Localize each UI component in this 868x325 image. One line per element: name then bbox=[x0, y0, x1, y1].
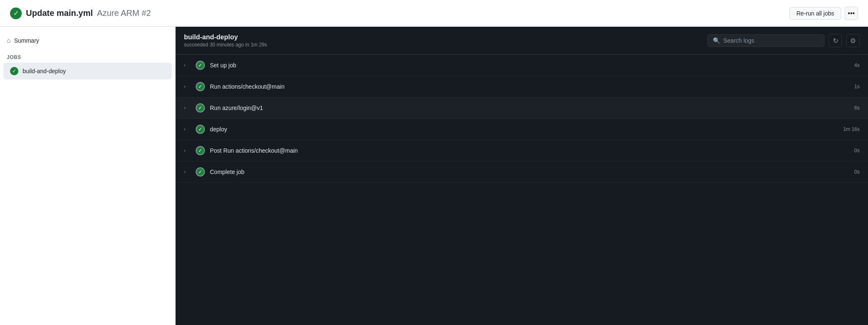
step-status-icon: ✓ bbox=[196, 125, 205, 134]
step-row[interactable]: › ✓ Post Run actions/checkout@main 0s bbox=[176, 140, 868, 161]
step-row[interactable]: › ✓ deploy 1m 16s bbox=[176, 119, 868, 140]
home-icon: ⌂ bbox=[7, 37, 11, 44]
refresh-button[interactable]: ↻ bbox=[829, 34, 842, 47]
step-status-icon: ✓ bbox=[196, 167, 205, 177]
chevron-right-icon: › bbox=[184, 126, 191, 132]
workflow-subtitle: Azure ARM #2 bbox=[97, 8, 151, 18]
chevron-right-icon: › bbox=[184, 62, 191, 68]
chevron-right-icon: › bbox=[184, 105, 191, 111]
step-name: Run actions/checkout@main bbox=[210, 83, 849, 90]
search-icon: 🔍 bbox=[713, 37, 720, 44]
workflow-status-icon: ✓ bbox=[10, 8, 22, 19]
sidebar-item-summary[interactable]: ⌂ Summary bbox=[0, 33, 175, 48]
gear-icon: ⚙ bbox=[850, 37, 856, 45]
step-duration: 6s bbox=[854, 105, 860, 111]
step-row[interactable]: › ✓ Set up job 4s bbox=[176, 55, 868, 76]
step-status-icon: ✓ bbox=[196, 61, 205, 70]
panel-header-controls: 🔍 ↻ ⚙ bbox=[707, 34, 860, 47]
job-status-icon: ✓ bbox=[10, 67, 18, 75]
step-row[interactable]: › ✓ Run azure/login@v1 6s bbox=[176, 97, 868, 119]
workflow-title: Update main.yml bbox=[26, 8, 93, 18]
header-right: Re-run all jobs ••• bbox=[789, 7, 858, 20]
step-name: Post Run actions/checkout@main bbox=[210, 147, 849, 154]
step-row[interactable]: › ✓ Complete job 0s bbox=[176, 161, 868, 183]
rerun-all-jobs-button[interactable]: Re-run all jobs bbox=[789, 7, 841, 20]
sidebar-job-build-and-deploy[interactable]: ✓ build-and-deploy bbox=[3, 63, 172, 79]
sidebar-jobs-section-label: Jobs bbox=[0, 48, 175, 62]
panel-job-subtitle: succeeded 30 minutes ago in 1m 29s bbox=[184, 42, 267, 48]
step-duration: 1m 16s bbox=[843, 126, 860, 132]
step-duration: 1s bbox=[854, 84, 860, 90]
log-panel: build-and-deploy succeeded 30 minutes ag… bbox=[176, 27, 868, 325]
step-name: Set up job bbox=[210, 62, 849, 69]
panel-header: build-and-deploy succeeded 30 minutes ag… bbox=[176, 27, 868, 55]
sidebar-summary-label: Summary bbox=[14, 37, 39, 44]
step-row[interactable]: › ✓ Run actions/checkout@main 1s bbox=[176, 76, 868, 97]
step-duration: 4s bbox=[854, 62, 860, 68]
step-status-icon: ✓ bbox=[196, 103, 205, 113]
step-duration: 0s bbox=[854, 148, 860, 154]
header-left: ✓ Update main.yml Azure ARM #2 bbox=[10, 8, 151, 19]
step-name: Complete job bbox=[210, 169, 849, 175]
panel-header-info: build-and-deploy succeeded 30 minutes ag… bbox=[184, 33, 267, 48]
sidebar-job-name: build-and-deploy bbox=[23, 68, 66, 74]
chevron-right-icon: › bbox=[184, 84, 191, 90]
step-name: deploy bbox=[210, 126, 838, 133]
panel-job-title: build-and-deploy bbox=[184, 33, 267, 41]
step-name: Run azure/login@v1 bbox=[210, 105, 849, 111]
search-logs-input[interactable] bbox=[723, 37, 819, 44]
step-duration: 0s bbox=[854, 169, 860, 175]
more-options-button[interactable]: ••• bbox=[845, 7, 858, 20]
search-logs-container: 🔍 bbox=[707, 34, 825, 47]
step-status-icon: ✓ bbox=[196, 146, 205, 155]
step-status-icon: ✓ bbox=[196, 82, 205, 91]
main-layout: ⌂ Summary Jobs ✓ build-and-deploy build-… bbox=[0, 27, 868, 325]
chevron-right-icon: › bbox=[184, 169, 191, 175]
refresh-icon: ↻ bbox=[833, 37, 838, 45]
sidebar: ⌂ Summary Jobs ✓ build-and-deploy bbox=[0, 27, 176, 325]
ellipsis-icon: ••• bbox=[848, 10, 855, 17]
steps-list: › ✓ Set up job 4s › ✓ Run actions/checko… bbox=[176, 55, 868, 325]
page-header: ✓ Update main.yml Azure ARM #2 Re-run al… bbox=[0, 0, 868, 27]
chevron-right-icon: › bbox=[184, 148, 191, 154]
settings-button[interactable]: ⚙ bbox=[846, 34, 860, 47]
